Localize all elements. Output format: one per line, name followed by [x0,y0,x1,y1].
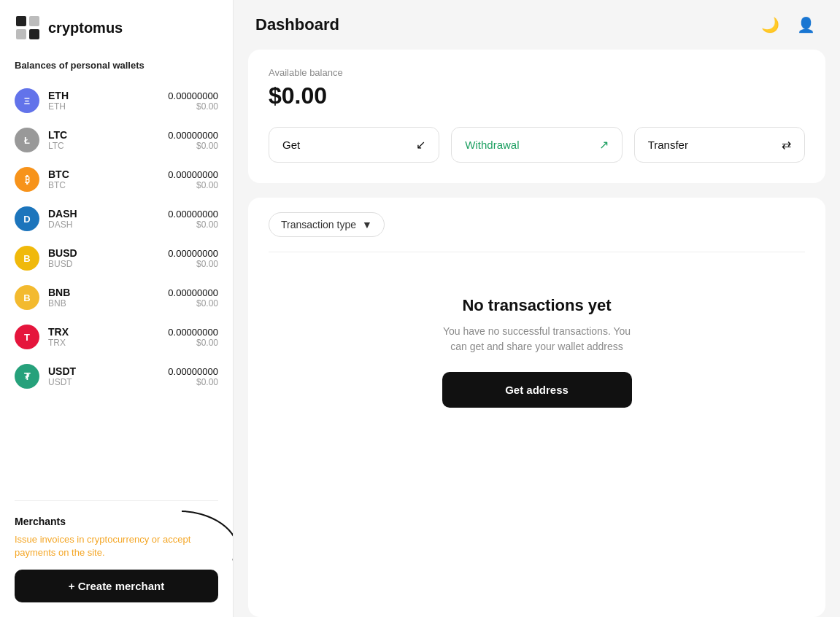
coin-icon-bnb: B [15,285,39,310]
coin-balance: 0.00000000 $0.00 [168,248,218,269]
coin-amount: 0.00000000 [168,248,218,259]
available-balance-label: Available balance [269,67,805,78]
coin-balance: 0.00000000 $0.00 [168,130,218,151]
create-merchant-button[interactable]: + Create merchant [15,570,218,602]
get-button[interactable]: Get ↙ [269,127,439,163]
balance-card: Available balance $0.00 Get ↙ Withdrawal… [248,50,825,183]
coin-usd: $0.00 [168,338,218,348]
merchants-section: Merchants Issue invoices in cryptocurren… [0,508,233,617]
coin-usd: $0.00 [168,220,218,230]
coin-icon-busd: B [15,246,39,271]
transfer-button[interactable]: Transfer ⇄ [634,127,805,163]
coin-icon-dash: D [15,206,39,231]
coin-info-dash: DASH DASH [48,208,168,230]
get-address-button[interactable]: Get address [442,372,632,408]
logo-icon [15,15,41,41]
coin-info-btc: BTC BTC [48,168,168,190]
coin-info-trx: TRX TRX [48,326,168,348]
empty-state: No transactions yet You have no successf… [269,274,805,430]
coin-amount: 0.00000000 [168,366,218,377]
coin-balance: 0.00000000 $0.00 [168,90,218,112]
coin-amount: 0.00000000 [168,130,218,141]
coin-symbol: LTC [48,141,168,151]
coin-symbol: ETH [48,101,168,112]
transaction-type-label: Transaction type [281,219,356,230]
transaction-section: Transaction type ▼ No transactions yet Y… [248,198,825,617]
main-content: Dashboard 🌙 👤 Available balance $0.00 Ge… [234,0,840,617]
coin-name: TRX [48,326,168,338]
coin-info-busd: BUSD BUSD [48,247,168,269]
coin-symbol: USDT [48,377,168,387]
wallet-item-dash[interactable]: D DASH DASH 0.00000000 $0.00 [7,199,226,238]
coin-icon-eth: Ξ [15,88,39,113]
coin-name: DASH [48,208,168,220]
coin-name: ETH [48,90,168,101]
withdrawal-icon: ↗ [599,138,609,152]
logo-area: cryptomus [0,0,233,53]
logo-text: cryptomus [48,20,123,36]
page-title: Dashboard [255,15,339,34]
coin-usd: $0.00 [168,141,218,151]
wallet-list: Ξ ETH ETH 0.00000000 $0.00 Ł LTC LTC 0.0… [0,81,233,493]
balance-amount: $0.00 [269,82,805,109]
empty-desc: You have no successful transactions. You… [435,324,639,354]
withdrawal-label: Withdrawal [465,139,519,151]
coin-amount: 0.00000000 [168,287,218,298]
coin-icon-trx: T [15,325,39,349]
empty-title: No transactions yet [462,296,611,315]
arrow-annotation: + Create merchant [15,570,218,602]
coin-icon-ltc: Ł [15,128,39,152]
coin-balance: 0.00000000 $0.00 [168,327,218,348]
coin-amount: 0.00000000 [168,209,218,220]
coin-symbol: DASH [48,220,168,230]
wallet-item-eth[interactable]: Ξ ETH ETH 0.00000000 $0.00 [7,81,226,120]
coin-name: BUSD [48,247,168,259]
coin-balance: 0.00000000 $0.00 [168,366,218,387]
wallet-item-btc[interactable]: ₿ BTC BTC 0.00000000 $0.00 [7,160,226,199]
filter-row: Transaction type ▼ [269,212,805,237]
dark-mode-toggle[interactable]: 🌙 [758,13,782,36]
sidebar: cryptomus Balances of personal wallets Ξ… [0,0,234,617]
coin-icon-btc: ₿ [15,167,39,192]
coin-symbol: BUSD [48,259,168,269]
coin-usd: $0.00 [168,180,218,190]
coin-info-bnb: BNB BNB [48,287,168,308]
wallet-item-usdt[interactable]: ₮ USDT USDT 0.00000000 $0.00 [7,357,226,396]
coin-balance: 0.00000000 $0.00 [168,169,218,190]
balances-title: Balances of personal wallets [0,53,233,81]
coin-symbol: TRX [48,338,168,348]
get-icon: ↙ [416,138,425,152]
svg-rect-3 [29,29,39,39]
coin-name: BTC [48,168,168,180]
coin-balance: 0.00000000 $0.00 [168,287,218,308]
transaction-type-dropdown[interactable]: Transaction type ▼ [269,212,385,237]
coin-icon-usdt: ₮ [15,364,39,389]
action-buttons: Get ↙ Withdrawal ↗ Transfer ⇄ [269,127,805,163]
coin-symbol: BNB [48,298,168,308]
coin-info-eth: ETH ETH [48,90,168,112]
transfer-label: Transfer [648,139,688,151]
withdrawal-button[interactable]: Withdrawal ↗ [451,127,622,163]
wallet-item-ltc[interactable]: Ł LTC LTC 0.00000000 $0.00 [7,120,226,160]
merchants-title: Merchants [15,516,218,527]
coin-usd: $0.00 [168,298,218,308]
wallet-item-bnb[interactable]: B BNB BNB 0.00000000 $0.00 [7,278,226,317]
wallet-item-busd[interactable]: B BUSD BUSD 0.00000000 $0.00 [7,238,226,278]
wallet-item-trx[interactable]: T TRX TRX 0.00000000 $0.00 [7,317,226,357]
svg-rect-1 [29,16,39,26]
coin-name: LTC [48,129,168,141]
user-profile-button[interactable]: 👤 [794,13,818,36]
coin-balance: 0.00000000 $0.00 [168,209,218,230]
coin-amount: 0.00000000 [168,169,218,180]
svg-rect-0 [16,16,26,26]
coin-name: USDT [48,365,168,377]
coin-amount: 0.00000000 [168,327,218,338]
coin-info-usdt: USDT USDT [48,365,168,387]
get-label: Get [282,139,300,151]
top-bar: Dashboard 🌙 👤 [234,0,840,50]
sidebar-divider [15,500,218,501]
coin-symbol: BTC [48,180,168,190]
coin-info-ltc: LTC LTC [48,129,168,151]
coin-usd: $0.00 [168,101,218,112]
svg-rect-2 [16,29,26,39]
